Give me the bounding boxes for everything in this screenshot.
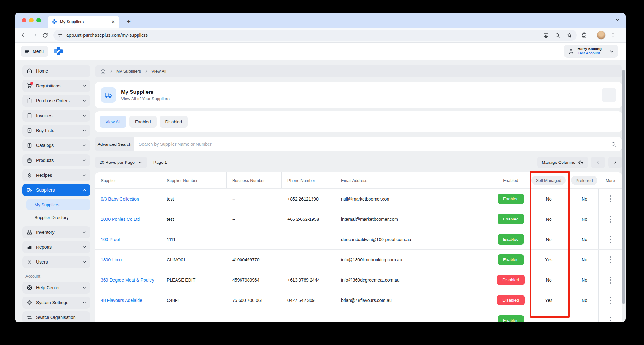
column-header-more[interactable]: More	[598, 172, 622, 188]
filter-tab-disabled[interactable]: Disabled	[160, 116, 188, 128]
browser-menu-kebab-icon[interactable]	[610, 32, 616, 38]
supplier-link[interactable]: 1000 Ponies Co Ltd	[101, 217, 140, 222]
sidebar-item-label: Catalogs	[36, 143, 79, 148]
sidebar-item-help-center[interactable]: Help Center	[22, 282, 90, 294]
sidebar-item-users[interactable]: Users	[22, 256, 90, 268]
kebab-menu-icon[interactable]	[610, 277, 611, 284]
reload-button[interactable]	[42, 32, 48, 38]
cell-business-number: 41900499770	[227, 250, 282, 270]
cell-enabled: Enabled	[494, 209, 527, 229]
sidebar-item-switch-organisation[interactable]: Switch Organisation	[22, 311, 90, 322]
page-indicator: Page 1	[153, 160, 167, 165]
rows-per-page-dropdown[interactable]: 20 Rows per Page	[95, 157, 147, 168]
sidebar-item-products[interactable]: Products	[22, 154, 90, 166]
sidebar-item-reports[interactable]: Reports	[22, 241, 90, 253]
forward-button[interactable]	[31, 32, 38, 38]
advanced-search-button[interactable]: Advanced Search	[95, 137, 134, 151]
sidebar-item-suppliers[interactable]: Suppliers	[22, 184, 90, 196]
breadcrumb-home-icon[interactable]	[100, 68, 106, 74]
sidebar-item-inventory[interactable]: Inventory	[22, 226, 90, 238]
next-page-button[interactable]	[608, 157, 622, 168]
sidebar-subitem-supplier-directory[interactable]: Supplier Directory	[26, 212, 90, 223]
sidebar-subitem-my-suppliers[interactable]: My Suppliers	[26, 199, 90, 210]
zoom-out-icon[interactable]	[555, 32, 561, 38]
supplier-link[interactable]: 0/3 Baby Collection	[101, 196, 139, 201]
filter-tab-enabled[interactable]: Enabled	[129, 116, 157, 128]
column-header-business-number[interactable]: Business Number	[227, 172, 282, 188]
supplier-link[interactable]: 360 Degree Meat & Poultry	[101, 278, 154, 283]
kebab-menu-icon[interactable]	[610, 297, 611, 304]
supplier-link[interactable]: 1800-Limo	[101, 257, 122, 262]
manage-columns-button[interactable]: Manage Columns	[537, 157, 588, 168]
supplier-link[interactable]: 48 Flavours Adelaide	[101, 298, 142, 303]
kebab-menu-icon[interactable]	[610, 195, 611, 202]
table-row: 1800-LimoCLIMO0141900499770--info@1800li…	[95, 249, 622, 270]
tab-search-chevron-icon[interactable]	[615, 17, 620, 22]
file-icon	[26, 112, 33, 119]
browser-tab[interactable]: My Suppliers ✕	[48, 16, 119, 28]
breadcrumb-item-view-all[interactable]: View All	[151, 69, 166, 73]
chart-icon	[26, 244, 33, 250]
column-header-email-address[interactable]: Email Address	[335, 172, 494, 188]
browser-profile-avatar[interactable]	[597, 31, 606, 40]
row-more-menu[interactable]	[598, 250, 622, 270]
sidebar-item-invoices[interactable]: Invoices	[22, 110, 90, 122]
filter-tab-view-all[interactable]: View All	[100, 116, 126, 128]
cell-phone-number: +613 9769 2444	[282, 270, 335, 290]
sidebar-item-purchase-orders[interactable]: Purchase Orders	[22, 95, 90, 107]
row-more-menu[interactable]	[598, 189, 622, 209]
kebab-menu-icon[interactable]	[610, 256, 611, 263]
column-header-phone-number[interactable]: Phone Number	[282, 172, 335, 188]
column-header-enabled[interactable]: Enabled	[494, 172, 527, 188]
chevron-down-icon	[82, 128, 87, 133]
bookmark-star-icon[interactable]	[566, 32, 572, 38]
back-button[interactable]	[21, 32, 27, 38]
cell-supplier-number: 1111	[161, 229, 227, 249]
chevron-right-icon	[109, 69, 113, 73]
sidebar-item-requisitions[interactable]: Requisitions	[22, 80, 90, 92]
suppliers-table: SupplierSupplier NumberBusiness NumberPh…	[95, 172, 622, 322]
window-maximize-button[interactable]	[36, 18, 41, 22]
window-close-button[interactable]	[22, 18, 26, 22]
user-account-menu[interactable]: Harry Balding Test Account	[564, 45, 618, 58]
kebab-menu-icon[interactable]	[610, 236, 611, 243]
row-more-menu[interactable]	[598, 290, 622, 310]
search-icon[interactable]	[611, 141, 617, 147]
sidebar-item-home[interactable]: Home	[22, 65, 90, 77]
cell-email-address: null@marketboomer.com	[335, 189, 494, 209]
previous-page-button[interactable]	[591, 157, 605, 168]
window-minimize-button[interactable]	[29, 18, 34, 22]
column-header-self-managed[interactable]: Self Managed	[527, 172, 570, 188]
column-header-supplier-number[interactable]: Supplier Number	[161, 172, 227, 188]
boxes-icon	[26, 229, 33, 235]
url-bar[interactable]: app.uat-purchaseplus.com/my-suppliers	[53, 30, 577, 41]
site-settings-icon[interactable]	[58, 33, 63, 38]
row-more-menu[interactable]	[598, 270, 622, 290]
purchaseplus-logo-icon[interactable]	[54, 46, 63, 56]
sidebar-item-buy-lists[interactable]: Buy Lists	[22, 125, 90, 137]
menu-button[interactable]: Menu	[21, 46, 48, 57]
kebab-menu-icon[interactable]	[610, 317, 611, 323]
page-scrollbar[interactable]	[622, 70, 625, 304]
url-text[interactable]: app.uat-purchaseplus.com/my-suppliers	[66, 33, 540, 38]
search-input[interactable]: Search by Supplier Name or Number	[134, 137, 622, 151]
cell-supplier: 0/3 Baby Collection	[95, 189, 161, 209]
add-supplier-button[interactable]	[602, 88, 616, 102]
column-header-preferred[interactable]: Preferred	[570, 172, 598, 188]
extensions-icon[interactable]	[581, 32, 588, 38]
sidebar-item-system-settings[interactable]: System Settings	[22, 297, 90, 309]
tab-close-icon[interactable]: ✕	[111, 19, 115, 25]
row-more-menu[interactable]	[598, 209, 622, 229]
sidebar-item-recipes[interactable]: Recipes	[22, 169, 90, 181]
menu-button-label: Menu	[33, 49, 44, 54]
row-more-menu[interactable]	[598, 310, 622, 322]
column-header-supplier[interactable]: Supplier	[95, 172, 161, 188]
sidebar-item-label: Switch Organisation	[36, 315, 87, 320]
sidebar-item-catalogs[interactable]: Catalogs	[22, 139, 90, 151]
new-tab-button[interactable]: +	[124, 17, 133, 26]
row-more-menu[interactable]	[598, 229, 622, 249]
breadcrumb-item-my-suppliers[interactable]: My Suppliers	[116, 69, 141, 73]
supplier-link[interactable]: 100 Proof	[101, 237, 120, 242]
kebab-menu-icon[interactable]	[610, 216, 611, 223]
install-app-icon[interactable]	[543, 32, 549, 38]
